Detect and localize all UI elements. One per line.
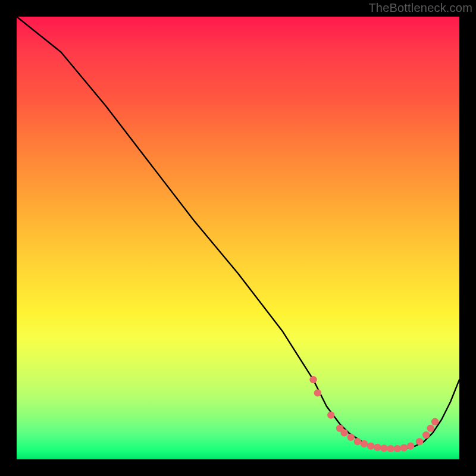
curve-dot	[340, 429, 347, 436]
bottleneck-curve	[17, 17, 459, 449]
curve-dot	[309, 376, 317, 383]
curve-dot	[380, 444, 387, 452]
curve-dot	[361, 440, 368, 447]
curve-dot	[394, 445, 401, 452]
curve-dot	[416, 438, 423, 445]
curve-dot	[427, 425, 434, 432]
curve-dot	[431, 418, 439, 425]
curve-dot	[327, 411, 334, 418]
chart-svg	[17, 17, 459, 459]
curve-dot	[407, 443, 414, 450]
plot-area	[17, 17, 459, 459]
curve-dot	[387, 445, 394, 452]
curve-dot	[354, 438, 361, 445]
curve-dot	[347, 434, 355, 441]
curve-dot	[422, 431, 430, 439]
curve-dot	[314, 389, 321, 396]
curve-markers	[309, 376, 439, 452]
curve-dot	[400, 444, 408, 452]
curve-dot	[367, 443, 374, 450]
curve-dot	[374, 444, 381, 451]
watermark-text: TheBottleneck.com	[368, 1, 472, 15]
chart-frame: TheBottleneck.com	[0, 0, 476, 476]
